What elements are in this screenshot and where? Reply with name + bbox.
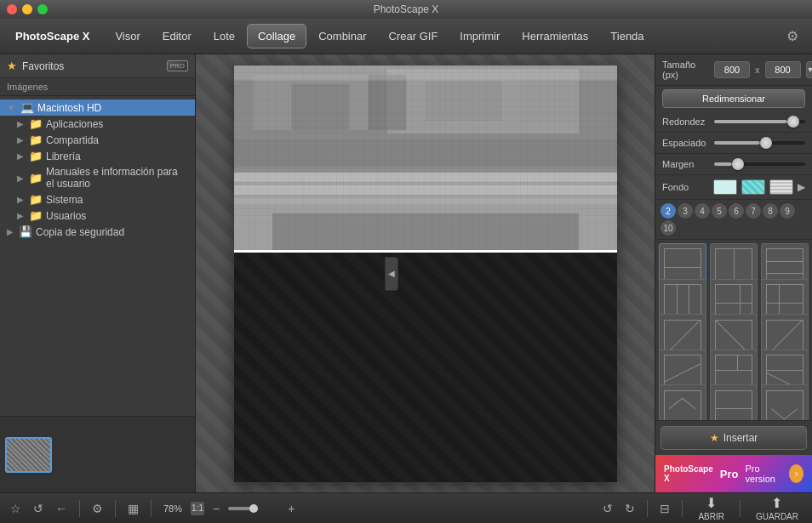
separator <box>151 500 152 517</box>
zoom-slider[interactable] <box>228 507 279 510</box>
nav-bar: PhotoScape X Visor Editor Lote Collage C… <box>0 19 812 54</box>
layout-tab-7[interactable]: 7 <box>746 203 761 219</box>
image-thumbnail[interactable] <box>5 437 52 473</box>
layout-tab-2[interactable]: 2 <box>660 203 676 219</box>
size-row: Tamaño (px) x ▼ <box>655 54 812 86</box>
svg-line-17 <box>665 364 700 382</box>
layout-option-13[interactable] <box>659 384 706 420</box>
layout-tab-10[interactable]: 10 <box>660 220 676 236</box>
settings-icon[interactable]: ⚙ <box>780 25 805 48</box>
maximize-button[interactable] <box>37 4 48 14</box>
margen-row: Margen <box>655 154 812 175</box>
layout-tab-6[interactable]: 6 <box>729 203 744 219</box>
layout-option-14[interactable] <box>710 384 758 420</box>
collapse-sidebar-button[interactable]: ◀ <box>385 257 398 291</box>
arrow-icon: ▶ <box>17 211 24 220</box>
layout-tab-4[interactable]: 4 <box>695 203 710 219</box>
layout-tab-9[interactable]: 9 <box>780 203 795 219</box>
tree-item-libreria[interactable]: ▶ 📁 Librería <box>0 148 195 164</box>
grid-view-icon[interactable]: ▦ <box>124 500 142 517</box>
nav-item-collage[interactable]: Collage <box>247 24 306 48</box>
minimize-button[interactable] <box>22 4 32 14</box>
separator <box>740 500 741 517</box>
size-dropdown[interactable]: ▼ <box>806 61 813 78</box>
canvas-top-photo[interactable] <box>234 65 617 253</box>
undo-icon[interactable]: ↺ <box>599 500 616 517</box>
settings-icon[interactable]: ⚙ <box>89 500 106 517</box>
fondo-color-swatch[interactable] <box>713 179 737 195</box>
separator <box>682 500 683 517</box>
espaciado-row: Espaciado <box>655 133 812 154</box>
redondez-slider[interactable] <box>714 120 805 123</box>
redo-icon[interactable]: ↻ <box>621 500 638 517</box>
pro-arrow-icon[interactable]: › <box>789 464 803 483</box>
zoom-minus-icon[interactable]: − <box>209 500 223 517</box>
nav-item-combinar[interactable]: Combinar <box>308 25 376 48</box>
zoom-plus-icon[interactable]: + <box>284 500 298 517</box>
tree-item-copia[interactable]: ▶ 💾 Copia de seguridad <box>0 224 195 240</box>
nav-item-tienda[interactable]: Tienda <box>600 25 654 48</box>
arrow-icon: ▶ <box>17 151 24 161</box>
svg-rect-12 <box>521 71 579 122</box>
abrir-icon: ⬇ <box>706 495 717 511</box>
arrow-icon: ▶ <box>7 227 14 236</box>
height-input[interactable] <box>765 61 801 78</box>
tree-item-usuarios[interactable]: ▶ 📁 Usuarios <box>0 207 195 224</box>
margen-slider[interactable] <box>714 162 805 166</box>
fondo-next-arrow[interactable]: ▶ <box>798 181 805 193</box>
svg-rect-10 <box>368 74 406 129</box>
resize-button[interactable]: Redimensionar <box>662 89 805 108</box>
tree-item-manuales[interactable]: ▶ 📁 Manuales e información para el usuar… <box>0 164 195 191</box>
layout-tab-3[interactable]: 3 <box>678 203 693 219</box>
window-title: PhotoScape X <box>374 3 439 15</box>
layout-tab-5[interactable]: 5 <box>712 203 727 219</box>
backup-icon: 💾 <box>19 225 32 238</box>
zoom-ratio-box[interactable]: 1:1 <box>191 502 204 515</box>
pro-version-label: Pro version <box>745 463 781 484</box>
layout-icon[interactable]: ⊟ <box>656 500 673 517</box>
tree-item-label: Librería <box>46 151 81 162</box>
espaciado-label: Espaciado <box>662 138 709 148</box>
nav-item-editor[interactable]: Editor <box>152 25 202 48</box>
tree-item-macintosh[interactable]: ▼ 💻 Macintosh HD <box>0 99 195 116</box>
back-icon[interactable]: ← <box>52 500 71 517</box>
layout-tabs: 2 3 4 5 6 7 8 9 10 <box>655 200 812 240</box>
favorite-icon[interactable]: ☆ <box>7 500 25 517</box>
pro-version-text: Pro <box>720 468 739 480</box>
abrir-button[interactable]: ⬇ ABRIR <box>691 493 731 523</box>
arrow-icon: ▶ <box>17 135 24 145</box>
nav-item-visor[interactable]: Visor <box>105 25 150 48</box>
nav-item-herramientas[interactable]: Herramientas <box>512 25 598 48</box>
tree-item-label: Aplicaciones <box>46 118 103 130</box>
tree-item-aplicaciones[interactable]: ▶ 📁 Aplicaciones <box>0 116 195 132</box>
tree-item-compartida[interactable]: ▶ 📁 Compartida <box>0 132 195 148</box>
margen-label: Margen <box>662 159 709 169</box>
width-input[interactable] <box>714 61 750 78</box>
guardar-button[interactable]: ⬆ GUARDAR <box>749 493 805 523</box>
fondo-pattern-swatch1[interactable] <box>741 179 765 195</box>
pro-banner[interactable]: PhotoScape X Pro Pro version › <box>655 455 812 492</box>
svg-rect-11 <box>426 80 502 121</box>
photo-display <box>234 65 617 250</box>
svg-rect-1 <box>234 65 617 139</box>
tree-item-sistema[interactable]: ▶ 📁 Sistema <box>0 191 195 207</box>
tree-item-label: Compartida <box>46 134 99 146</box>
insert-button[interactable]: ★ Insertar <box>660 426 807 450</box>
tree-item-label: Manuales e información para el usuario <box>46 166 188 190</box>
folder-icon: 📁 <box>29 193 43 206</box>
nav-item-imprimir[interactable]: Imprimir <box>449 25 510 48</box>
close-button[interactable] <box>7 4 17 14</box>
fondo-pattern-swatch2[interactable] <box>769 179 793 195</box>
espaciado-slider[interactable] <box>714 141 805 145</box>
svg-rect-2 <box>253 74 368 129</box>
nav-item-crear-gif[interactable]: Crear GIF <box>379 25 449 48</box>
layout-option-15[interactable] <box>761 384 809 420</box>
refresh-icon[interactable]: ↺ <box>30 500 47 517</box>
nav-item-lote[interactable]: Lote <box>203 25 245 48</box>
fondo-label: Fondo <box>662 182 709 192</box>
canvas-bottom-empty[interactable] <box>234 253 617 482</box>
layout-grid <box>655 240 812 420</box>
svg-rect-8 <box>272 213 579 249</box>
layout-tab-8[interactable]: 8 <box>763 203 778 219</box>
svg-rect-4 <box>234 167 617 181</box>
